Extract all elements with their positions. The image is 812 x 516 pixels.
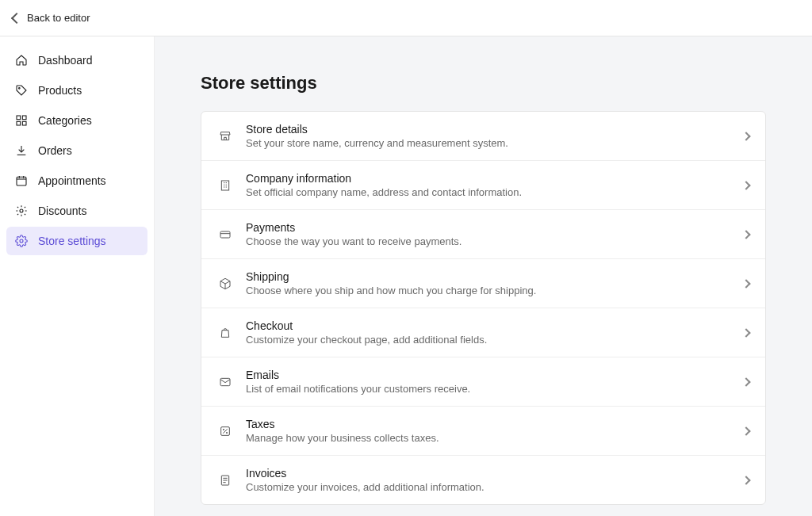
settings-row-invoices[interactable]: Invoices Customize your invoices, add ad…	[201, 456, 765, 504]
chevron-right-icon	[741, 181, 750, 189]
svg-point-6	[20, 209, 23, 212]
credit-card-icon	[217, 227, 233, 243]
svg-point-12	[223, 429, 224, 430]
row-desc: Choose where you ship and how much you c…	[246, 285, 733, 296]
download-icon	[14, 143, 29, 158]
settings-row-company-information[interactable]: Company information Set official company…	[201, 161, 765, 210]
page-title: Store settings	[201, 73, 766, 94]
row-desc: Manage how your business collects taxes.	[246, 432, 733, 444]
document-icon	[217, 472, 233, 488]
sidebar-item-appointments[interactable]: Appointments	[6, 166, 147, 195]
settings-row-payments[interactable]: Payments Choose the way you want to rece…	[201, 210, 765, 259]
row-desc: Set official company name, address and c…	[246, 186, 733, 198]
settings-card: Store details Set your store name, curre…	[201, 111, 766, 505]
sidebar-item-label: Discounts	[38, 204, 86, 217]
chevron-right-icon	[741, 426, 750, 435]
row-text: Shipping Choose where you ship and how m…	[246, 270, 733, 296]
grid-icon	[14, 113, 29, 128]
sidebar-item-label: Products	[38, 84, 82, 97]
svg-rect-4	[22, 121, 26, 125]
svg-rect-8	[221, 181, 228, 190]
mail-icon	[217, 374, 233, 390]
main-content: Store settings Store details Set your st…	[155, 36, 812, 516]
chevron-left-icon	[11, 12, 22, 23]
sidebar-item-label: Categories	[38, 114, 92, 127]
row-desc: List of email notifications your custome…	[246, 383, 733, 395]
building-icon	[217, 178, 233, 193]
sidebar-item-orders[interactable]: Orders	[6, 136, 147, 165]
row-title: Company information	[246, 172, 733, 185]
chevron-right-icon	[741, 279, 750, 288]
row-title: Checkout	[246, 319, 733, 332]
row-text: Checkout Customize your checkout page, a…	[246, 319, 733, 346]
shopping-bag-icon	[217, 325, 233, 341]
row-title: Payments	[246, 221, 733, 234]
sidebar-item-label: Appointments	[38, 174, 106, 187]
svg-rect-9	[220, 231, 230, 238]
svg-rect-5	[17, 177, 26, 185]
row-title: Emails	[246, 369, 733, 381]
row-desc: Set your store name, currency and measur…	[246, 137, 733, 149]
sidebar-item-label: Store settings	[38, 235, 106, 247]
settings-row-checkout[interactable]: Checkout Customize your checkout page, a…	[201, 308, 765, 357]
settings-row-taxes[interactable]: Taxes Manage how your business collects …	[201, 407, 765, 456]
chevron-right-icon	[741, 132, 750, 140]
row-title: Shipping	[246, 270, 733, 283]
settings-row-emails[interactable]: Emails List of email notifications your …	[201, 357, 765, 407]
home-icon	[14, 53, 29, 67]
sidebar-item-discounts[interactable]: Discounts	[6, 197, 147, 225]
storefront-icon	[217, 128, 233, 144]
svg-rect-1	[17, 116, 21, 120]
sidebar-item-categories[interactable]: Categories	[6, 106, 147, 135]
row-desc: Customize your checkout page, add additi…	[246, 334, 733, 346]
sidebar-item-store-settings[interactable]: Store settings	[6, 227, 147, 255]
svg-point-7	[20, 239, 23, 243]
row-title: Taxes	[246, 418, 733, 430]
row-title: Store details	[246, 123, 733, 136]
chevron-right-icon	[741, 230, 750, 239]
row-text: Emails List of email notifications your …	[246, 369, 733, 395]
sidebar-item-label: Orders	[38, 144, 72, 157]
row-title: Invoices	[246, 467, 733, 480]
row-text: Invoices Customize your invoices, add ad…	[246, 467, 733, 493]
topbar: Back to editor	[0, 0, 812, 36]
row-text: Company information Set official company…	[246, 172, 733, 198]
chevron-right-icon	[741, 328, 750, 337]
settings-icon	[14, 234, 29, 248]
sidebar-item-products[interactable]: Products	[6, 76, 147, 105]
row-desc: Customize your invoices, add additional …	[246, 481, 733, 493]
row-desc: Choose the way you want to receive payme…	[246, 235, 733, 247]
row-text: Store details Set your store name, curre…	[246, 123, 733, 149]
row-text: Payments Choose the way you want to rece…	[246, 221, 733, 247]
svg-rect-2	[22, 116, 26, 120]
svg-point-13	[226, 432, 227, 433]
chevron-right-icon	[741, 476, 750, 484]
tag-icon	[14, 83, 29, 97]
package-icon	[217, 276, 233, 292]
back-to-editor-link[interactable]: Back to editor	[13, 12, 90, 24]
svg-rect-10	[220, 378, 230, 385]
sidebar: Dashboard Products Categories Orders App	[0, 36, 155, 516]
svg-point-0	[19, 88, 21, 90]
back-label: Back to editor	[27, 12, 90, 24]
settings-row-store-details[interactable]: Store details Set your store name, curre…	[201, 112, 765, 161]
svg-rect-3	[17, 121, 21, 125]
sidebar-item-label: Dashboard	[38, 54, 93, 67]
settings-row-shipping[interactable]: Shipping Choose where you ship and how m…	[201, 259, 765, 308]
gear-icon	[14, 204, 29, 218]
chevron-right-icon	[741, 377, 750, 386]
sidebar-item-dashboard[interactable]: Dashboard	[6, 46, 147, 75]
row-text: Taxes Manage how your business collects …	[246, 418, 733, 444]
calendar-icon	[14, 174, 29, 188]
percent-icon	[217, 423, 233, 439]
